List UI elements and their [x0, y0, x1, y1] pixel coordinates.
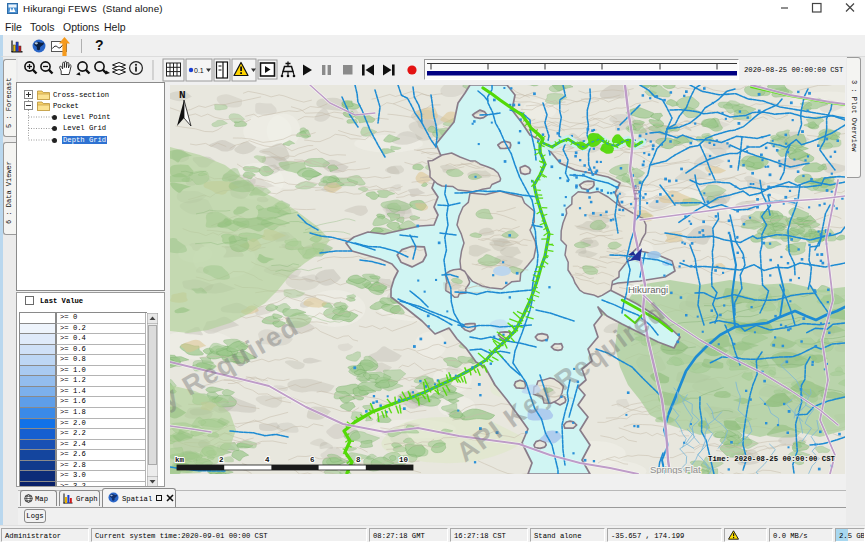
- svg-text:Hikurangi: Hikurangi: [628, 284, 668, 295]
- svg-text:4: 4: [265, 456, 270, 464]
- svg-text:km: km: [175, 456, 185, 464]
- svg-text:0.1: 0.1: [194, 67, 204, 74]
- svg-text:SH 1: SH 1: [633, 185, 640, 201]
- svg-text:10: 10: [399, 456, 409, 464]
- svg-text:8: 8: [356, 456, 361, 464]
- svg-text:Time: 2020-08-25 00:00:00 CST: Time: 2020-08-25 00:00:00 CST: [708, 455, 836, 463]
- svg-text:Springs Flat: Springs Flat: [650, 464, 701, 474]
- svg-text:N: N: [179, 89, 186, 101]
- svg-text:2: 2: [219, 456, 224, 464]
- svg-text:6: 6: [310, 456, 315, 464]
